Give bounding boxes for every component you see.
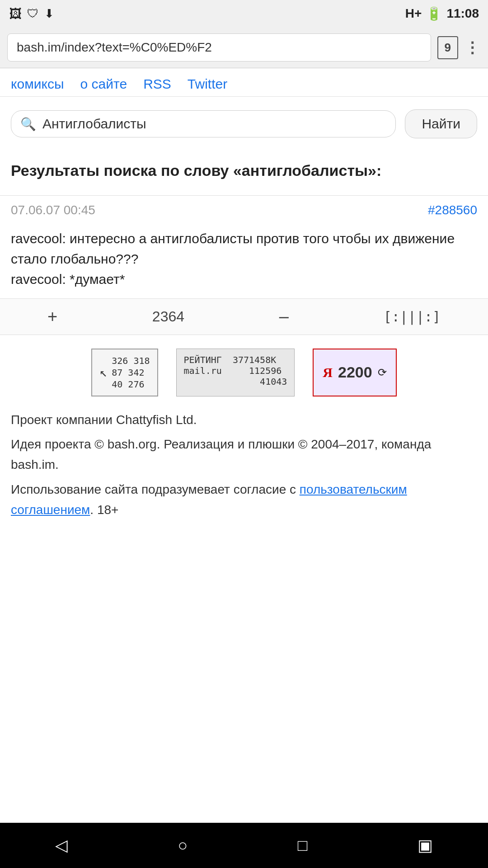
nav-twitter[interactable]: Twitter — [188, 76, 227, 92]
search-button[interactable]: Найти — [405, 109, 477, 138]
yandex-logo: Я — [323, 365, 333, 380]
tab-count[interactable]: 9 — [437, 36, 458, 59]
clock: 11:08 — [446, 6, 479, 21]
search-icon: 🔍 — [20, 117, 36, 132]
status-icons: 🖼 🛡 ⬇ — [9, 6, 54, 21]
nav-about[interactable]: о сайте — [80, 76, 127, 92]
footer-company: Проект компании Chattyfish Ltd. — [11, 410, 477, 430]
mailru-badge[interactable]: РЕЙТИНГ 3771458K mail.ru 112596 41043 — [176, 349, 295, 396]
recents-button[interactable]: □ — [298, 836, 308, 855]
download-icon: ⬇ — [44, 7, 54, 21]
back-button[interactable]: ◁ — [55, 836, 68, 855]
site-nav: комиксы о сайте RSS Twitter — [0, 68, 488, 97]
arrow-icon: ↖ — [99, 365, 107, 380]
signal-indicator: H+ — [405, 6, 422, 21]
image-icon: 🖼 — [9, 6, 22, 21]
battery-icon: 🔋 — [426, 6, 442, 21]
stats-badge-1[interactable]: ↖ 326 31887 34240 276 — [91, 349, 158, 396]
search-input-wrap[interactable]: 🔍 — [11, 110, 396, 137]
results-heading: Результаты поиска по слову «антиглобалис… — [0, 151, 488, 195]
bottom-nav-bar: ◁ ○ □ ▣ — [0, 823, 488, 868]
mailru-site: mail.ru 112596 — [184, 365, 287, 376]
quote-score: 2364 — [152, 308, 184, 325]
nav-comics[interactable]: комиксы — [11, 76, 64, 92]
search-input[interactable] — [42, 116, 386, 132]
footer-section: ↖ 326 31887 34240 276 РЕЙТИНГ 3771458K m… — [0, 335, 488, 823]
quote-id-link[interactable]: #288560 — [428, 203, 477, 217]
browser-menu-button[interactable]: ⋮ — [465, 38, 481, 57]
footer-usage-prefix: Использование сайта подразумевает соглас… — [11, 482, 300, 496]
extra-button[interactable]: ▣ — [418, 836, 433, 855]
footer-usage: Использование сайта подразумевает соглас… — [11, 480, 477, 520]
badge-numbers-1: 326 31887 34240 276 — [112, 355, 150, 390]
shield-icon: 🛡 — [27, 7, 39, 21]
search-area: 🔍 Найти — [0, 97, 488, 151]
footer-badges: ↖ 326 31887 34240 276 РЕЙТИНГ 3771458K m… — [11, 349, 477, 396]
address-bar[interactable]: bash.im/index?text=%C0%ED%F2 — [7, 33, 431, 61]
quote-text: ravecool: интересно а антиглобалисты про… — [0, 222, 488, 298]
footer-usage-suffix: . 18+ — [90, 503, 118, 517]
upvote-button[interactable]: + — [47, 307, 57, 326]
status-right: H+ 🔋 11:08 — [405, 6, 479, 21]
quote-card: 07.06.07 00:45 #288560 ravecool: интерес… — [0, 195, 488, 335]
mailru-label: РЕЙТИНГ 3771458K — [184, 354, 287, 365]
browser-chrome: bash.im/index?text=%C0%ED%F2 9 ⋮ — [0, 27, 488, 68]
yandex-badge[interactable]: Я 2200 ⟳ — [313, 349, 396, 396]
yandex-number: 2200 — [338, 363, 372, 381]
smiley-button[interactable]: [:|||:] — [384, 309, 441, 325]
home-button[interactable]: ○ — [178, 836, 188, 855]
quote-date: 07.06.07 00:45 — [11, 203, 95, 217]
yandex-refresh-icon: ⟳ — [378, 366, 387, 379]
nav-rss[interactable]: RSS — [143, 76, 171, 92]
status-bar: 🖼 🛡 ⬇ H+ 🔋 11:08 — [0, 0, 488, 27]
quote-meta: 07.06.07 00:45 #288560 — [0, 196, 488, 222]
downvote-button[interactable]: – — [279, 307, 289, 326]
mailru-extra: 41043 — [184, 376, 287, 387]
quote-actions: + 2364 – [:|||:] — [0, 298, 488, 335]
footer-copyright: Идея проекта © bash.org. Реализация и пл… — [11, 434, 477, 475]
